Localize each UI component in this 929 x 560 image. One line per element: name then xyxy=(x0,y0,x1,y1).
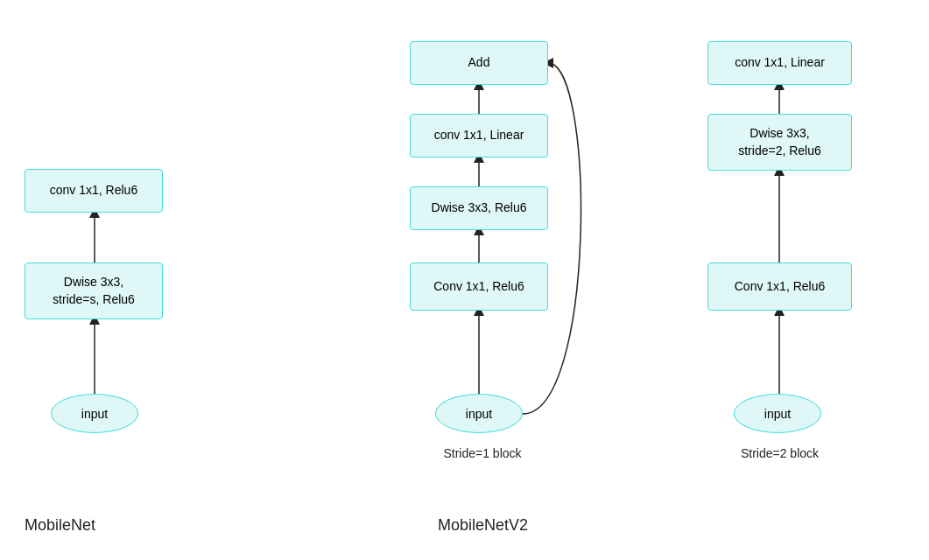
s2-input-ellipse: input xyxy=(734,394,821,433)
s2-block-label: Stride=2 block xyxy=(707,446,852,460)
s2-input-label: input xyxy=(764,407,791,421)
s1-block-label: Stride=1 block xyxy=(413,446,552,460)
s1-dwise-box: Dwise 3x3, Relu6 xyxy=(410,186,548,230)
s1-conv-relu-box: Conv 1x1, Relu6 xyxy=(410,262,548,311)
mn-dwise-label: Dwise 3x3,stride=s, Relu6 xyxy=(53,274,135,308)
s1-conv-relu-label: Conv 1x1, Relu6 xyxy=(433,278,524,296)
s1-conv-lin-label: conv 1x1, Linear xyxy=(434,127,524,144)
s1-add-box: Add xyxy=(410,41,548,85)
mn-dwise-box: Dwise 3x3,stride=s, Relu6 xyxy=(25,262,163,319)
mn-conv-box: conv 1x1, Relu6 xyxy=(25,169,163,213)
mobilenet-title: MobileNet xyxy=(25,516,95,535)
s1-conv-lin-box: conv 1x1, Linear xyxy=(410,114,548,158)
s2-conv-lin-label: conv 1x1, Linear xyxy=(735,54,825,72)
mn-input-ellipse: input xyxy=(51,394,138,433)
s1-input-label: input xyxy=(466,407,492,421)
s2-conv-relu-label: Conv 1x1, Relu6 xyxy=(735,278,826,296)
s1-dwise-label: Dwise 3x3, Relu6 xyxy=(432,200,527,217)
s2-dwise-box: Dwise 3x3,stride=2, Relu6 xyxy=(707,114,852,171)
s2-conv-relu-box: Conv 1x1, Relu6 xyxy=(707,262,852,311)
mn-input-label: input xyxy=(81,407,108,421)
s1-add-label: Add xyxy=(468,54,490,72)
s1-input-ellipse: input xyxy=(435,394,523,433)
s2-conv-lin-box: conv 1x1, Linear xyxy=(707,41,852,85)
s2-dwise-label: Dwise 3x3,stride=2, Relu6 xyxy=(738,125,821,159)
diagram-container: conv 1x1, Relu6 Dwise 3x3,stride=s, Relu… xyxy=(0,0,929,560)
mobilenetv2-title: MobileNetV2 xyxy=(438,516,528,535)
mn-conv-label: conv 1x1, Relu6 xyxy=(50,182,137,200)
